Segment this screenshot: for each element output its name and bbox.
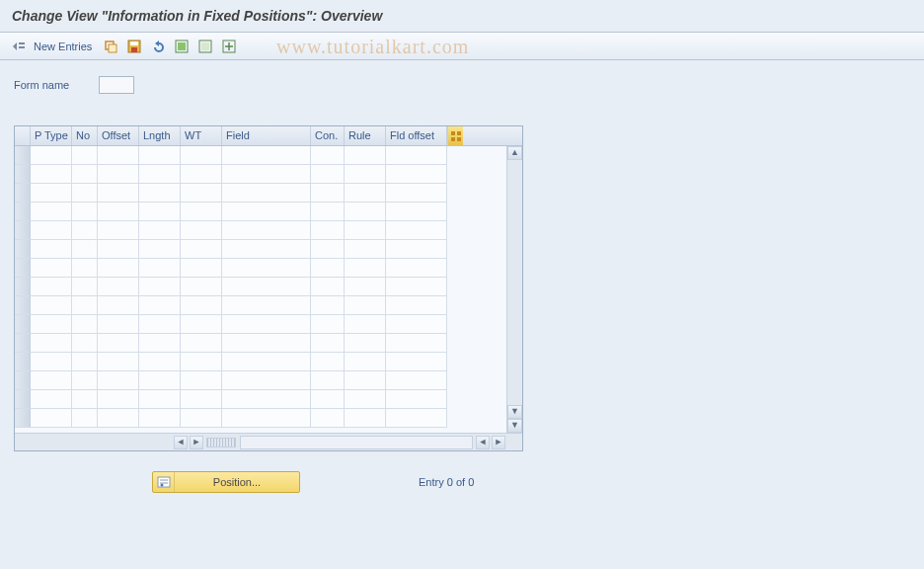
table-cell[interactable] xyxy=(222,240,311,259)
table-cell[interactable] xyxy=(345,353,386,371)
row-selector[interactable] xyxy=(15,146,31,165)
table-cell[interactable] xyxy=(98,296,139,315)
table-cell[interactable] xyxy=(31,371,72,390)
table-cell[interactable] xyxy=(222,278,311,296)
scroll-down-icon[interactable]: ▼ xyxy=(507,405,522,419)
table-cell[interactable] xyxy=(98,203,139,221)
table-cell[interactable] xyxy=(72,203,98,221)
undo-icon[interactable] xyxy=(149,38,167,55)
col-ptype[interactable]: P Type xyxy=(31,126,72,145)
table-row[interactable] xyxy=(15,240,522,259)
table-cell[interactable] xyxy=(311,278,345,296)
table-cell[interactable] xyxy=(31,221,72,240)
table-cell[interactable] xyxy=(311,146,345,165)
table-cell[interactable] xyxy=(345,146,386,165)
delimit-icon[interactable] xyxy=(220,38,238,55)
table-cell[interactable] xyxy=(311,203,345,221)
table-cell[interactable] xyxy=(31,278,72,296)
table-cell[interactable] xyxy=(98,184,139,203)
scroll-down-icon[interactable]: ▼ xyxy=(507,419,522,433)
table-cell[interactable] xyxy=(345,390,386,409)
vertical-scrollbar[interactable]: ▲ ▼ ▼ xyxy=(506,146,522,433)
table-cell[interactable] xyxy=(386,278,447,296)
table-cell[interactable] xyxy=(386,165,447,184)
table-cell[interactable] xyxy=(222,146,311,165)
col-field[interactable]: Field xyxy=(222,126,311,145)
table-cell[interactable] xyxy=(181,390,222,409)
table-cell[interactable] xyxy=(139,296,181,315)
table-cell[interactable] xyxy=(31,409,72,428)
table-cell[interactable] xyxy=(181,184,222,203)
table-row[interactable] xyxy=(15,221,522,240)
table-cell[interactable] xyxy=(386,334,447,353)
row-selector[interactable] xyxy=(15,259,31,278)
col-lngth[interactable]: Lngth xyxy=(139,126,181,145)
table-cell[interactable] xyxy=(31,165,72,184)
table-cell[interactable] xyxy=(181,203,222,221)
table-cell[interactable] xyxy=(311,259,345,278)
table-cell[interactable] xyxy=(31,390,72,409)
table-cell[interactable] xyxy=(222,259,311,278)
table-cell[interactable] xyxy=(31,184,72,203)
table-cell[interactable] xyxy=(222,221,311,240)
table-cell[interactable] xyxy=(386,409,447,428)
table-row[interactable] xyxy=(15,203,522,221)
scroll-up-icon[interactable]: ▲ xyxy=(507,146,522,160)
new-entries-button[interactable]: New Entries xyxy=(34,41,92,52)
scroll-left-icon[interactable]: ◄ xyxy=(174,436,188,449)
table-cell[interactable] xyxy=(311,221,345,240)
table-cell[interactable] xyxy=(72,390,98,409)
col-con[interactable]: Con. xyxy=(311,126,345,145)
row-selector[interactable] xyxy=(15,371,31,390)
table-cell[interactable] xyxy=(72,259,98,278)
table-cell[interactable] xyxy=(139,409,181,428)
table-cell[interactable] xyxy=(98,146,139,165)
table-cell[interactable] xyxy=(345,315,386,334)
scroll-right-icon[interactable]: ► xyxy=(190,436,203,449)
table-cell[interactable] xyxy=(72,221,98,240)
table-cell[interactable] xyxy=(222,315,311,334)
table-cell[interactable] xyxy=(72,184,98,203)
row-selector[interactable] xyxy=(15,240,31,259)
table-cell[interactable] xyxy=(345,259,386,278)
table-cell[interactable] xyxy=(181,315,222,334)
row-selector[interactable] xyxy=(15,409,31,428)
table-cell[interactable] xyxy=(72,146,98,165)
table-cell[interactable] xyxy=(72,334,98,353)
table-row[interactable] xyxy=(15,146,522,165)
table-cell[interactable] xyxy=(311,315,345,334)
table-cell[interactable] xyxy=(345,296,386,315)
col-offset[interactable]: Offset xyxy=(98,126,139,145)
table-cell[interactable] xyxy=(98,371,139,390)
table-cell[interactable] xyxy=(386,371,447,390)
col-wt[interactable]: WT xyxy=(181,126,222,145)
table-row[interactable] xyxy=(15,278,522,296)
table-cell[interactable] xyxy=(311,390,345,409)
table-cell[interactable] xyxy=(139,240,181,259)
table-cell[interactable] xyxy=(72,165,98,184)
table-row[interactable] xyxy=(15,409,522,428)
table-cell[interactable] xyxy=(31,203,72,221)
table-cell[interactable] xyxy=(139,221,181,240)
deselect-all-icon[interactable] xyxy=(196,38,214,55)
scroll-track[interactable] xyxy=(240,436,473,449)
table-cell[interactable] xyxy=(311,165,345,184)
table-row[interactable] xyxy=(15,165,522,184)
position-button[interactable]: Position... xyxy=(152,471,300,493)
table-cell[interactable] xyxy=(31,240,72,259)
table-cell[interactable] xyxy=(311,334,345,353)
table-cell[interactable] xyxy=(139,278,181,296)
table-cell[interactable] xyxy=(222,203,311,221)
copy-icon[interactable] xyxy=(102,38,119,55)
table-cell[interactable] xyxy=(222,165,311,184)
column-resize-handle[interactable] xyxy=(206,438,236,447)
table-cell[interactable] xyxy=(222,409,311,428)
table-config-icon[interactable] xyxy=(447,126,463,145)
row-selector[interactable] xyxy=(15,315,31,334)
table-row[interactable] xyxy=(15,334,522,353)
table-cell[interactable] xyxy=(139,259,181,278)
table-cell[interactable] xyxy=(139,203,181,221)
col-no[interactable]: No xyxy=(72,126,98,145)
table-cell[interactable] xyxy=(181,146,222,165)
table-cell[interactable] xyxy=(345,334,386,353)
